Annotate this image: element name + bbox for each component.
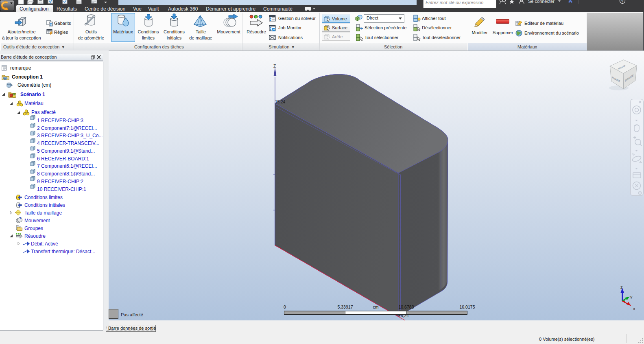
svg-text:cm: cm [373, 305, 379, 309]
svg-text:?: ? [621, 0, 623, 3]
svg-text:15.24: 15.24 [275, 100, 285, 104]
svg-text:10.6783: 10.6783 [399, 305, 414, 309]
svg-text:z: z [620, 285, 623, 289]
svg-text:16.0175: 16.0175 [460, 305, 475, 309]
svg-text:y: y [630, 294, 633, 299]
svg-text:Se connecter: Se connecter [528, 0, 554, 4]
svg-text:5.33917: 5.33917 [338, 305, 353, 309]
svg-text:0: 0 [284, 305, 286, 309]
svg-text:Z: Z [273, 64, 276, 68]
svg-text:x: x [633, 306, 635, 311]
svg-text:Pas affecté: Pas affecté [121, 312, 143, 317]
